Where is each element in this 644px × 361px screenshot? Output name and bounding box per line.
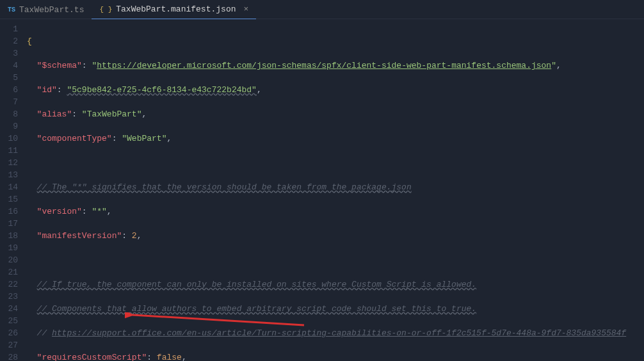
line-number: 21 [0,266,18,278]
tab-bar: TS TaxWebPart.ts { } TaxWebPart.manifest… [0,0,644,19]
code-area[interactable]: { "$schema": "https://developer.microsof… [27,19,644,361]
line-number: 7 [0,96,18,108]
tab-inactive[interactable]: TS TaxWebPart.ts [0,0,92,19]
line-number: 28 [0,351,18,361]
line-number: 24 [0,303,18,315]
line-number: 12 [0,157,18,169]
line-number: 26 [0,327,18,339]
typescript-icon: TS [8,6,15,13]
line-number: 20 [0,254,18,266]
line-number: 13 [0,169,18,181]
line-number: 22 [0,278,18,291]
line-number: 17 [0,218,18,230]
line-number: 23 [0,291,18,303]
line-number: 2 [0,35,18,47]
tab-label: TaxWebPart.ts [19,5,84,15]
line-number: 3 [0,47,18,60]
line-number: 6 [0,84,18,96]
line-number: 10 [0,132,18,145]
line-number: 27 [0,339,18,351]
line-number: 9 [0,120,18,132]
line-number: 16 [0,205,18,218]
line-number: 5 [0,72,18,84]
line-number: 18 [0,230,18,242]
line-number: 8 [0,108,18,120]
json-icon: { } [99,6,112,13]
line-number: 14 [0,181,18,193]
line-number: 4 [0,60,18,72]
gutter: 1 2 3 4 5 6 7 8 9 10 11 12 13 14 15 16 1… [0,19,27,361]
line-number: 19 [0,242,18,254]
line-number: 25 [0,315,18,327]
tab-label: TaxWebPart.manifest.json [116,4,236,14]
close-icon[interactable]: × [243,4,248,14]
line-number: 11 [0,145,18,157]
tab-active[interactable]: { } TaxWebPart.manifest.json × [92,0,256,19]
line-number: 1 [0,23,18,35]
editor: 1 2 3 4 5 6 7 8 9 10 11 12 13 14 15 16 1… [0,19,644,361]
line-number: 15 [0,193,18,205]
